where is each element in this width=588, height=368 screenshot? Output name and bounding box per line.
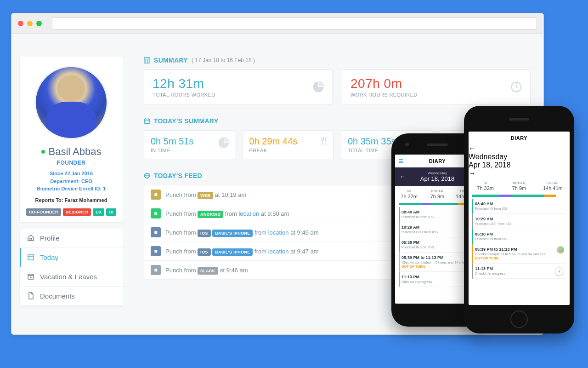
next-day-button[interactable]: → xyxy=(469,169,476,177)
today-feed-title: TODAY'S FEED xyxy=(154,172,202,179)
clock-icon xyxy=(510,80,523,93)
stat-label: BREAK xyxy=(502,181,536,184)
mobile-log: 08:40 AMPunched IN from iOS10:29 AMPunch… xyxy=(469,199,570,279)
log-time: 10:29 AM xyxy=(475,217,564,221)
grid-icon xyxy=(144,57,150,63)
log-desc: Punched IN from iOS xyxy=(401,215,474,219)
log-desc: Checkin completed in 5 hours and 34 minu… xyxy=(475,252,564,256)
summary-value: 12h 31m xyxy=(153,76,324,91)
reports-to: Reports To: Faraz Mohammed xyxy=(25,197,117,203)
feed-source-icon: ■ xyxy=(151,190,161,200)
location-link[interactable]: location xyxy=(238,210,259,217)
feed-source-icon: ■ xyxy=(151,246,161,256)
feed-source-icon: ■ xyxy=(151,265,161,275)
add-button[interactable]: + xyxy=(555,267,563,276)
browser-chrome xyxy=(11,13,543,34)
url-input[interactable] xyxy=(52,17,537,29)
log-time: 11:13 PM xyxy=(475,266,564,271)
status-indicator-icon xyxy=(41,150,45,154)
tag: CO-FOUNDER xyxy=(26,208,61,216)
map-thumb-icon[interactable] xyxy=(557,246,564,253)
nav-label: Documents xyxy=(40,292,75,300)
tag: DESIGNER xyxy=(63,208,91,216)
: ← Wednesday Apr 18, 2018 → xyxy=(469,144,570,178)
platform-badge: WEB xyxy=(198,192,213,199)
mobile-date: Apr 18, 2018 xyxy=(469,161,570,169)
summary-title: SUMMARY xyxy=(154,57,188,64)
mobile-timeline-bar xyxy=(472,195,566,197)
mobile-stat: TOTAL14h 41m xyxy=(536,181,570,191)
calendar-icon xyxy=(27,253,34,261)
log-desc: Checkin in progress xyxy=(475,271,564,276)
location-link[interactable]: location xyxy=(268,248,289,255)
summary-card: 12h 31mTOTAL HOURS WORKED xyxy=(144,69,333,104)
stat-value: 7h 9m xyxy=(502,185,536,191)
hamburger-icon[interactable]: ☰ xyxy=(399,158,404,164)
timeline-segment xyxy=(431,203,458,205)
summary-label: TOTAL HOURS WORKED xyxy=(153,92,324,98)
feed-text: Punch from WEB at 10:19 am xyxy=(165,191,246,198)
svg-rect-12 xyxy=(145,119,150,124)
log-row[interactable]: 10:29 AMPunched OUT from iOS xyxy=(472,214,566,229)
mobile-stat: BREAK7h 9m xyxy=(423,190,451,199)
stat-label: TOTAL xyxy=(536,181,570,184)
log-time: 05:38 PM xyxy=(475,232,564,236)
nav-label: Profile xyxy=(40,234,60,242)
timeline-segment xyxy=(472,195,500,197)
feed-source-icon: ■ xyxy=(151,208,161,218)
sidebar: Basil Abbas FOUNDER Since 22 Jan 2016 De… xyxy=(11,57,131,334)
timeline-segment xyxy=(399,203,422,205)
nav-item-documents[interactable]: Documents xyxy=(20,287,123,306)
summary-cards: 12h 31mTOTAL HOURS WORKED207h 0mWORK HOU… xyxy=(144,69,531,104)
log-time: 08:40 AM xyxy=(475,201,564,206)
mobile-title: DIARY xyxy=(511,135,527,141)
location-link[interactable]: location xyxy=(268,229,289,236)
home-icon xyxy=(27,234,34,242)
log-desc: Checkin in progress xyxy=(401,280,474,284)
log-time: 08:40 AM xyxy=(401,210,474,214)
today-card: 0h 29m 44sBREAK xyxy=(243,130,334,159)
timeline-segment xyxy=(500,195,511,197)
log-time: 11:13 PM xyxy=(401,275,474,279)
log-row[interactable]: 05:39 PM to 11:13 PMCheckin completed in… xyxy=(472,244,566,264)
stat-label: IN xyxy=(469,181,502,184)
mobile-stat: IN7h 32m xyxy=(395,190,423,199)
log-row[interactable]: 11:13 PMCheckin in progress+ xyxy=(472,264,566,279)
profile-tags: CO-FOUNDERDESIGNERUXUI xyxy=(25,208,117,216)
pie-icon xyxy=(312,80,325,93)
log-row[interactable]: 05:38 PMPunched IN from iOS xyxy=(472,229,566,244)
stat-value: 14h 41m xyxy=(536,185,570,191)
stat-label: BREAK xyxy=(423,190,451,193)
nav-item-vacation-leaves[interactable]: Vacation & Leaves xyxy=(20,267,123,287)
timeline-segment xyxy=(422,203,431,205)
profile-meta: Since 22 Jan 2016 Department: CEO Biomet… xyxy=(25,170,117,193)
mobile-stat: BREAK7h 9m xyxy=(502,181,536,191)
feed-source-icon: ■ xyxy=(151,227,161,237)
summary-value: 207h 0m xyxy=(351,76,522,91)
profile-role: FOUNDER xyxy=(25,160,117,166)
log-time: 05:38 PM xyxy=(401,240,474,245)
nav-list: ProfileTodayVacation & LeavesDocuments xyxy=(20,229,123,306)
stat-value: 7h 9m xyxy=(423,194,451,199)
today-label: IN TIME xyxy=(151,148,228,153)
mobile-preview-iphone: DIARY ← Wednesday Apr 18, 2018 → IN7h 32… xyxy=(464,106,574,334)
stat-value: 7h 32m xyxy=(469,185,502,191)
nav-item-today[interactable]: Today xyxy=(20,248,123,267)
tag: UI xyxy=(106,208,116,216)
stat-value: 7h 32m xyxy=(395,194,423,199)
log-desc: Punched IN from iOS xyxy=(475,207,564,211)
prev-day-button[interactable]: ← xyxy=(469,144,476,152)
timeline-segment xyxy=(512,195,544,197)
window-zoom-icon[interactable] xyxy=(36,21,42,26)
window-close-icon[interactable] xyxy=(18,21,23,26)
log-row[interactable]: 08:40 AMPunched IN from iOS xyxy=(472,199,566,214)
home-button-icon[interactable] xyxy=(510,310,528,328)
nav-item-profile[interactable]: Profile xyxy=(20,229,123,248)
window-minimize-icon[interactable] xyxy=(27,21,33,26)
summary-label: WORK HOURS REQUIRED xyxy=(351,92,522,98)
utensils-icon xyxy=(318,136,328,146)
tag: UX xyxy=(93,208,104,216)
svg-rect-0 xyxy=(28,255,34,260)
iphone-screen: DIARY ← Wednesday Apr 18, 2018 → IN7h 32… xyxy=(469,132,570,305)
log-desc: Punched IN from iOS xyxy=(401,245,474,249)
